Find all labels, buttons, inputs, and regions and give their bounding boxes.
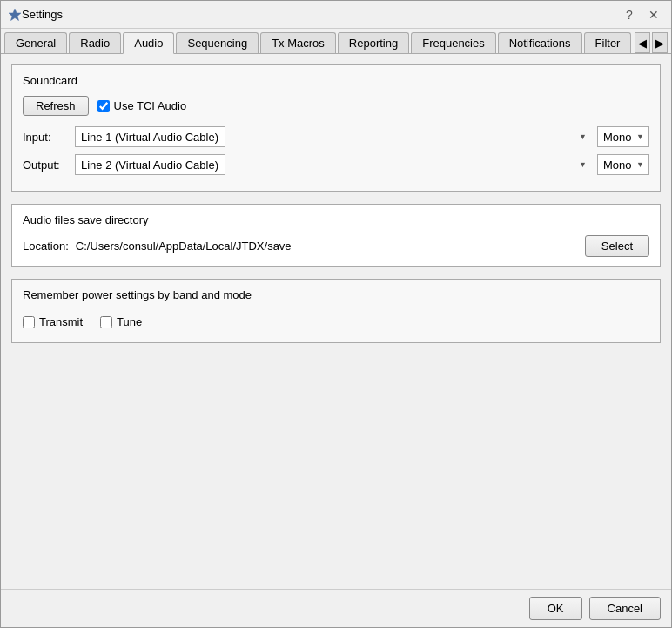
tune-checkbox[interactable] [100, 316, 112, 328]
output-select-container: Line 2 (Virtual Audio Cable) Default Lin… [75, 154, 592, 175]
svg-marker-0 [9, 9, 21, 21]
input-mono-select[interactable]: Mono Stereo [597, 126, 649, 147]
help-button[interactable]: ? [619, 4, 640, 25]
transmit-label[interactable]: Transmit [23, 315, 83, 328]
cancel-button[interactable]: Cancel [589, 597, 661, 620]
location-label: Location: [23, 240, 69, 253]
window-title: Settings [22, 8, 619, 21]
input-mono-container: Mono Stereo [597, 126, 649, 147]
audio-files-title: Audio files save directory [23, 213, 649, 226]
output-mono-select[interactable]: Mono Stereo [597, 154, 649, 175]
input-select-container: Line 1 (Virtual Audio Cable) Default Lin… [75, 126, 592, 147]
tab-general[interactable]: General [4, 32, 67, 53]
output-label: Output: [23, 159, 75, 172]
refresh-button[interactable]: Refresh [23, 96, 89, 116]
app-icon [8, 8, 22, 22]
tabs-bar: General Radio Audio Sequencing Tx Macros… [1, 29, 671, 54]
power-settings-title: Remember power settings by band and mode [23, 288, 649, 301]
close-button[interactable]: ✕ [643, 4, 664, 25]
use-tci-checkbox[interactable] [97, 100, 110, 112]
tune-label[interactable]: Tune [100, 315, 142, 328]
footer: OK Cancel [1, 589, 671, 627]
transmit-checkbox[interactable] [23, 316, 35, 328]
tab-scroll-right[interactable]: ▶ [652, 32, 668, 53]
tab-sequencing[interactable]: Sequencing [176, 32, 259, 53]
select-button[interactable]: Select [585, 235, 649, 257]
location-value: C:/Users/consul/AppData/Local/JTDX/save [76, 240, 578, 253]
location-row: Location: C:/Users/consul/AppData/Local/… [23, 235, 649, 257]
use-tci-text: Use TCI Audio [114, 99, 187, 112]
settings-window: Settings ? ✕ General Radio Audio Sequenc… [0, 0, 672, 628]
tab-frequencies[interactable]: Frequencies [411, 32, 496, 53]
tab-scroll-left[interactable]: ◀ [635, 32, 650, 53]
soundcard-section: Soundcard Refresh Use TCI Audio Input: L… [11, 64, 661, 192]
tab-audio[interactable]: Audio [123, 32, 174, 54]
tab-radio[interactable]: Radio [69, 32, 121, 53]
audio-files-section: Audio files save directory Location: C:/… [11, 204, 661, 267]
output-mono-container: Mono Stereo [597, 154, 649, 175]
use-tci-label[interactable]: Use TCI Audio [97, 99, 187, 112]
soundcard-title: Soundcard [23, 74, 649, 87]
content-area: Soundcard Refresh Use TCI Audio Input: L… [1, 54, 671, 589]
output-select[interactable]: Line 2 (Virtual Audio Cable) Default Lin… [75, 154, 225, 175]
input-select[interactable]: Line 1 (Virtual Audio Cable) Default Lin… [75, 126, 225, 147]
refresh-row: Refresh Use TCI Audio [23, 96, 649, 116]
checkboxes-row: Transmit Tune [23, 310, 649, 334]
title-bar-controls: ? ✕ [619, 4, 664, 25]
tab-notifications[interactable]: Notifications [498, 32, 582, 53]
tab-filter[interactable]: Filter [584, 32, 632, 53]
output-select-wrapper: Line 2 (Virtual Audio Cable) Default Lin… [75, 154, 649, 175]
input-row: Input: Line 1 (Virtual Audio Cable) Defa… [23, 126, 649, 147]
tab-tx-macros[interactable]: Tx Macros [260, 32, 336, 53]
input-label: Input: [23, 131, 75, 144]
power-settings-section: Remember power settings by band and mode… [11, 279, 661, 343]
ok-button[interactable]: OK [529, 597, 582, 620]
tab-reporting[interactable]: Reporting [338, 32, 409, 53]
title-bar: Settings ? ✕ [1, 1, 671, 29]
transmit-text: Transmit [39, 315, 83, 328]
tune-text: Tune [117, 315, 142, 328]
input-select-wrapper: Line 1 (Virtual Audio Cable) Default Lin… [75, 126, 649, 147]
output-row: Output: Line 2 (Virtual Audio Cable) Def… [23, 154, 649, 175]
